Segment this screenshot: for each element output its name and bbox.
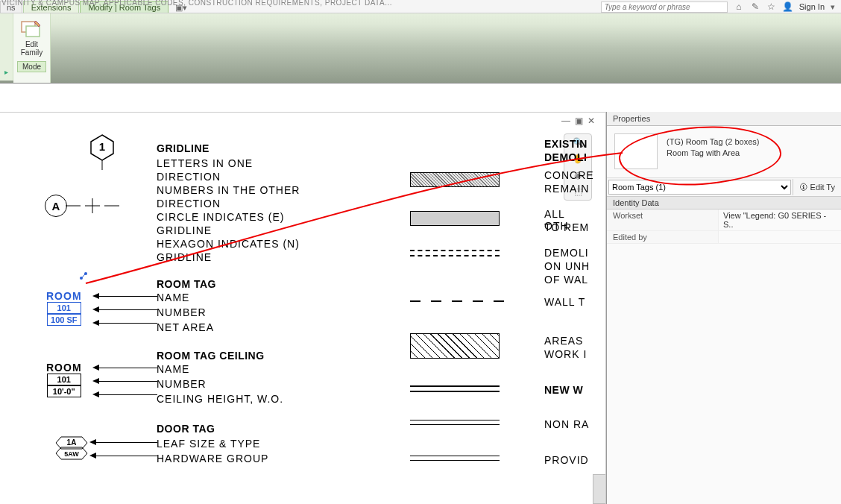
hatch-solid [410, 211, 500, 226]
legend-content: GRIDLINE 1 A LETTERS IN ONE DIRECTION NU… [37, 142, 590, 504]
ribbon-drop[interactable]: ▸ [0, 13, 13, 81]
rc-nonra: NON RA [544, 418, 589, 430]
hatch-diagonal [410, 333, 500, 359]
hatch-concrete [410, 172, 500, 187]
rc-wallt: WALL T [544, 296, 585, 308]
gridline-desc-6: GRIDLINE [157, 224, 212, 236]
edit-family-panel[interactable]: Edit Family Mode [13, 13, 51, 83]
room-tag-ceiling-header: ROOM TAG CEILING [157, 350, 265, 362]
gridline-header: GRIDLINE [157, 142, 210, 154]
doc-title-truncated: VICINITY & CAMPUS MAP, APPLICABLE CODES,… [0, 0, 403, 7]
room-tag-number-value: 101 [47, 302, 81, 314]
door-tag-leaf-label: LEAF SIZE & TYPE [157, 438, 260, 450]
leader-arrow [89, 451, 157, 460]
rc-ofwal: OF WAL [544, 274, 588, 286]
hatch-non-rated [410, 420, 500, 425]
rc-demoli: DEMOLI [544, 151, 587, 163]
type-selector[interactable]: (TG) Room Tag (2 boxes) Room Tag with Ar… [607, 126, 841, 178]
leader-arrow [92, 377, 157, 385]
leader-arrow [92, 292, 157, 300]
room-tag-selection-handle[interactable] [78, 271, 89, 283]
user-icon[interactable]: 👤 [783, 1, 793, 12]
svg-text:1A: 1A [67, 438, 77, 447]
rc-areas: AREAS [544, 335, 583, 347]
gridline-circle-symbol: A [45, 195, 125, 217]
prop-key: Workset [607, 210, 719, 230]
search-input[interactable] [601, 1, 728, 13]
svg-rect-1 [26, 26, 40, 37]
edit-type-button[interactable]: 🛈Edit Ty [793, 179, 841, 195]
filter-dropdown[interactable]: Room Tags (1) [608, 180, 791, 195]
sign-in-link[interactable]: Sign In [799, 2, 825, 11]
rc-torem: TO REM [544, 221, 589, 233]
help-icon[interactable]: ⌂ [734, 1, 744, 12]
room-tag-name-label: NAME [157, 292, 189, 303]
room-tag-name-value: ROOM [46, 290, 82, 302]
type-type-name: Room Tag with Area [667, 148, 760, 159]
properties-title: Properties [607, 112, 841, 126]
door-tag-header: DOOR TAG [157, 423, 215, 435]
view-restore-icon[interactable]: ▣ [575, 116, 583, 126]
prop-row-workset[interactable]: Workset View "Legend: G0 SERIES - S.. [607, 210, 841, 231]
leader-arrow [92, 318, 157, 327]
view-minimize-icon[interactable]: — [561, 116, 570, 126]
room-tag-ceiling-symbol: ROOM 101 10'-0" [46, 362, 82, 397]
svg-line-11 [81, 274, 86, 278]
view-close-icon[interactable]: ✕ [588, 116, 595, 126]
prop-key: Edited by [607, 231, 719, 243]
prop-value[interactable]: View "Legend: G0 SERIES - S.. [719, 210, 841, 230]
room-tag-area-value: 100 SF [47, 314, 81, 326]
type-thumbnail [614, 133, 658, 169]
hatch-new-wall [410, 385, 500, 392]
hatch-dashed-double [410, 250, 500, 256]
door-tag-hw-label: HARDWARE GROUP [157, 453, 268, 464]
room-tag-area-label: NET AREA [157, 321, 214, 333]
titlebar-right: ⌂ ✎ ☆ 👤 Sign In ▾ [601, 0, 835, 13]
workspace: — ▣ ✕ 🔍 ✋ ◉ ⬚ GRIDLINE 1 A LETTERS IN ON… [0, 112, 841, 504]
gridline-desc-8: GRIDLINE [157, 251, 212, 263]
properties-panel: Properties (TG) Room Tag (2 boxes) Room … [606, 112, 841, 504]
leader-arrow [89, 438, 157, 447]
rc-exist: EXISTIN [544, 138, 588, 150]
group-identity-data[interactable]: Identity Data [607, 197, 841, 210]
gridline-desc-2: DIRECTION [157, 171, 221, 183]
ceiling-tag-name-value: ROOM [46, 362, 82, 374]
ceiling-tag-height-value: 10'-0" [47, 385, 81, 397]
rc-concre: CONCRE [544, 169, 594, 181]
prop-value[interactable] [719, 231, 841, 243]
edit-family-icon [20, 18, 44, 39]
chevron-right-icon: ▸ [4, 68, 8, 76]
type-family-name: (TG) Room Tag (2 boxes) [667, 136, 760, 148]
keys-icon[interactable]: ✎ [750, 1, 760, 12]
edit-family-label: Edit Family [21, 40, 42, 57]
svg-text:5AW: 5AW [64, 450, 79, 458]
ceiling-tag-number-label: NUMBER [157, 378, 207, 390]
rc-worki: WORK I [544, 348, 587, 360]
gridline-desc-5: CIRCLE INDICATES (E) [157, 211, 284, 223]
hatch-dash-spaced [410, 299, 507, 303]
rc-remain: REMAIN [544, 183, 589, 195]
rc-onunh: ON UNH [544, 260, 590, 272]
rc-provid: PROVID [544, 454, 589, 466]
drawing-canvas[interactable]: — ▣ ✕ 🔍 ✋ ◉ ⬚ GRIDLINE 1 A LETTERS IN ON… [0, 112, 606, 504]
door-tag-symbol: 1A5AW [55, 436, 88, 460]
star-icon[interactable]: ☆ [766, 1, 777, 12]
gridline-hex-symbol: 1 [89, 138, 115, 160]
rc-demoli2: DEMOLI [544, 247, 589, 259]
gridline-desc-1: LETTERS IN ONE [157, 157, 253, 169]
prop-row-editedby[interactable]: Edited by [607, 231, 841, 244]
ceiling-tag-number-value: 101 [47, 374, 81, 385]
gridline-desc-4: DIRECTION [157, 198, 221, 210]
room-tag-selected[interactable]: ROOM 101 100 SF [46, 290, 82, 326]
scrollbar-stub[interactable] [593, 474, 606, 504]
mode-label: Mode [17, 61, 46, 72]
hatch-provide [410, 456, 500, 461]
room-tag-header: ROOM TAG [157, 278, 216, 290]
leader-arrow [92, 390, 157, 399]
leader-arrow [92, 363, 157, 372]
ribbon: ▸ Edit Family Mode [0, 13, 841, 84]
ceiling-tag-name-label: NAME [157, 363, 189, 375]
ceiling-tag-height-label: CEILING HEIGHT, W.O. [157, 393, 283, 405]
gridline-desc-3: NUMBERS IN THE OTHER [157, 184, 300, 196]
rc-neww: NEW W [544, 384, 583, 396]
